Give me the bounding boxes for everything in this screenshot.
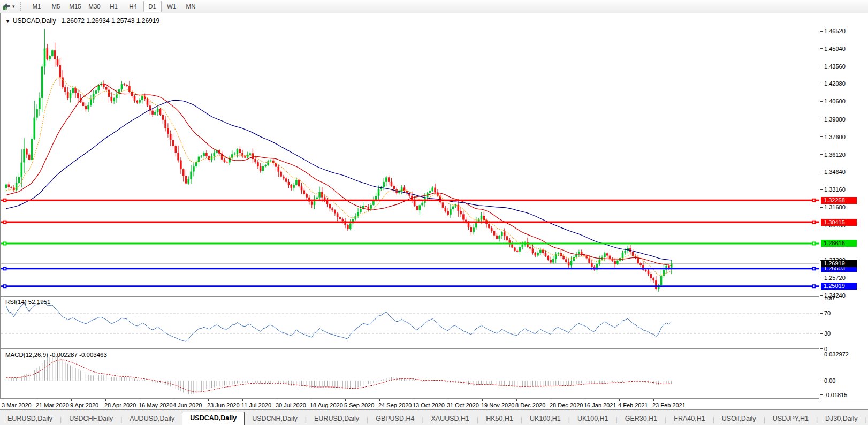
timeframe-button-mn[interactable]: MN xyxy=(182,1,200,12)
line-price-label: 1.25019 xyxy=(821,283,857,290)
date-tick-dash xyxy=(482,399,483,401)
chevron-down-icon[interactable]: ▾ xyxy=(12,4,15,9)
date-tick-dash xyxy=(174,399,174,401)
rsi-tick-dash xyxy=(820,333,823,334)
price-tick-label: 1.42080 xyxy=(824,80,846,87)
date-tick-label: 4 Feb 2021 xyxy=(618,402,648,408)
date-tick-label: 9 Apr 2020 xyxy=(70,402,98,408)
price-tick-label: 1.36120 xyxy=(824,151,846,158)
tab-uk100-h1[interactable]: UK100,H1 xyxy=(570,413,616,424)
timeframe-button-m5[interactable]: M5 xyxy=(47,1,65,12)
tab-hk50-h1[interactable]: HK50,H1 xyxy=(478,413,521,424)
date-tick-label: 3 Mar 2020 xyxy=(2,402,32,408)
tab-eurusd-daily[interactable]: EURUSD,Daily xyxy=(307,413,367,424)
tab-eurusd-daily[interactable]: EURUSD,Daily xyxy=(0,413,60,424)
date-tick-dash xyxy=(37,399,37,401)
rsi-tick-label: 70 xyxy=(824,310,831,316)
date-tick-label: 31 Oct 2020 xyxy=(447,402,479,408)
date-axis[interactable]: 3 Mar 202021 Mar 20209 Apr 202028 Apr 20… xyxy=(0,399,868,410)
rsi-label: RSI(14) 52.1951 xyxy=(5,299,50,305)
price-tick-dash xyxy=(820,136,823,137)
toolbar-grip[interactable] xyxy=(20,2,24,11)
price-tick-dash xyxy=(820,295,823,296)
date-tick-dash xyxy=(379,399,380,401)
line-price-label: 1.32258 xyxy=(821,197,857,204)
tab-uk100-h1[interactable]: UK100,H1 xyxy=(522,413,568,424)
chart-tab-list: EURUSD,Daily|USDCHF,Daily|AUDUSD,DailyUS… xyxy=(0,412,868,425)
date-tick-label: 21 Mar 2020 xyxy=(36,402,69,408)
tab-dj30-daily[interactable]: DJ30,Daily xyxy=(818,413,865,424)
tab-usdcad-daily[interactable]: USDCAD,Daily xyxy=(182,412,245,425)
tab-usoil-daily[interactable]: USOil,Daily xyxy=(714,413,764,424)
date-tick-dash xyxy=(551,399,551,401)
date-tick-label: 13 Oct 2020 xyxy=(413,402,445,408)
tab-gbpusd-h4[interactable]: GBPUSD,H4 xyxy=(368,413,422,424)
price-axis[interactable]: 1.465201.450401.435601.420801.406001.390… xyxy=(820,13,868,399)
timeframe-button-h4[interactable]: H4 xyxy=(124,1,142,12)
date-tick-dash xyxy=(585,399,585,401)
price-tick-label: 1.34640 xyxy=(824,169,846,175)
date-tick-dash xyxy=(242,399,243,401)
timeframe-button-w1[interactable]: W1 xyxy=(163,1,181,12)
tab-ger30-h1[interactable]: GER30,H1 xyxy=(618,413,665,424)
price-tick-dash xyxy=(820,48,823,49)
timeframe-button-h1[interactable]: H1 xyxy=(105,1,123,12)
price-tick-dash xyxy=(820,278,823,278)
date-tick-label: 11 Jul 2020 xyxy=(241,402,271,408)
tab-usdjpy-h1[interactable]: USDJPY,H1 xyxy=(765,413,816,424)
date-tick-dash xyxy=(71,399,72,401)
tab-usdcnh-daily[interactable]: USDCNH,Daily xyxy=(245,413,305,424)
macd-tick-dash xyxy=(820,354,823,354)
price-tick-dash xyxy=(820,154,823,155)
date-tick-label: 30 Jul 2020 xyxy=(276,402,306,408)
date-tick-label: 8 Dec 2020 xyxy=(515,402,545,408)
macd-tick-label: 0.00 xyxy=(824,377,835,384)
price-tick-label: 1.31680 xyxy=(824,204,846,210)
macd-label: MACD(12,26,9) -0.002287 -0.003463 xyxy=(5,352,107,358)
price-tick-dash xyxy=(820,189,823,190)
timeframe-button-m30[interactable]: M30 xyxy=(86,1,104,12)
date-tick-label: 23 Jun 2020 xyxy=(207,402,240,408)
date-tick-dash xyxy=(277,399,277,401)
date-tick-label: 16 Jan 2021 xyxy=(584,402,616,408)
date-tick-label: 5 Sep 2020 xyxy=(344,402,374,408)
tab-audusd-daily[interactable]: AUDUSD,Daily xyxy=(122,413,182,424)
date-tick-label: 23 Feb 2021 xyxy=(652,402,686,408)
rsi-tick-label: 100 xyxy=(824,295,834,301)
price-tick-dash xyxy=(820,31,823,32)
date-tick-label: 24 Sep 2020 xyxy=(378,402,412,408)
price-tick-dash xyxy=(820,101,823,102)
tab-fra40-h1[interactable]: FRA40,H1 xyxy=(666,413,712,424)
price-tick-label: 1.43560 xyxy=(824,63,846,70)
chart-tool-icon[interactable] xyxy=(2,2,11,11)
mt4-window: ▾ M1M5M15M30H1H4D1W1MN ▼USDCAD,Daily1.26… xyxy=(0,0,868,425)
timeframe-button-d1[interactable]: D1 xyxy=(143,1,162,12)
price-tick-label: 1.25720 xyxy=(824,275,846,281)
timeframe-button-m1[interactable]: M1 xyxy=(28,1,46,12)
date-tick-label: 28 Apr 2020 xyxy=(104,402,136,408)
macd-tick-label: -0.01815 xyxy=(824,392,847,398)
price-tick-dash xyxy=(820,119,823,119)
chart-tool-icon-glyph xyxy=(2,2,11,11)
timeframe-buttons: M1M5M15M30H1H4D1W1MN xyxy=(27,1,201,12)
date-tick-label: 4 Jun 2020 xyxy=(173,402,202,408)
rsi-tick-dash xyxy=(820,298,823,298)
chart-canvas[interactable] xyxy=(1,18,820,399)
date-tick-dash xyxy=(516,399,517,401)
timeframe-button-m15[interactable]: M15 xyxy=(66,1,85,12)
price-tick-label: 1.33160 xyxy=(824,186,846,193)
current-price-price-label: 1.26919 xyxy=(821,260,857,267)
date-tick-dash xyxy=(619,399,620,401)
chart-window[interactable]: ▼USDCAD,Daily1.26072 1.26934 1.25743 1.2… xyxy=(0,13,868,409)
tab-xauusd-h1[interactable]: XAUUSD,H1 xyxy=(424,413,477,424)
rsi-tick-dash xyxy=(820,348,823,349)
line-price-label: 1.28616 xyxy=(821,240,857,247)
macd-tick-dash xyxy=(820,381,823,381)
date-tick-label: 16 May 2020 xyxy=(139,402,173,408)
price-tick-label: 1.45040 xyxy=(824,45,846,52)
date-tick-dash xyxy=(448,399,448,401)
date-tick-label: 28 Dec 2020 xyxy=(550,402,583,408)
tab-usdchf-daily[interactable]: USDCHF,Daily xyxy=(62,413,120,424)
date-tick-dash xyxy=(414,399,414,401)
rsi-tick-dash xyxy=(820,313,823,314)
